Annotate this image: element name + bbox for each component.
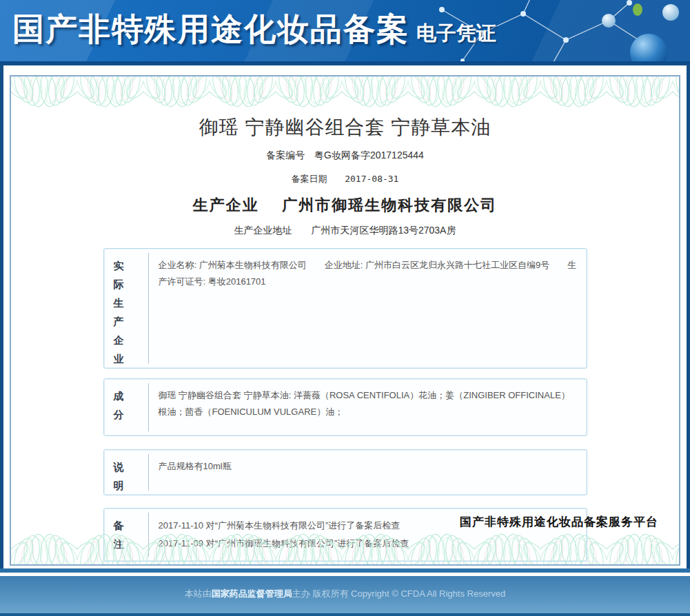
manufacturer-address-value: 广州市天河区华明路13号2703A房 [311,225,456,236]
footer-text: 本站由国家药品监督管理局主办 版权所有 Copyright © CFDA All… [0,576,690,600]
row-content: 企业名称: 广州菊本生物科技有限公司 企业地址: 广州市白云区龙归永兴路十七社工… [148,253,587,364]
footer: 本站由国家药品监督管理局主办 版权所有 Copyright © CFDA All… [0,576,690,616]
footer-suffix: 主办 版权所有 Copyright © CFDA All Rights Rese… [292,588,505,599]
row-content: 御瑶 宁静幽谷组合套 宁静草本油: 洋蔷薇（ROSA CENTIFOLIA）花油… [148,383,587,431]
platform-name: 国产非特殊用途化妆品备案服务平台 [460,514,658,530]
table-row-ingredients: 成分 御瑶 宁静幽谷组合套 宁静草本油: 洋蔷薇（ROSA CENTIFOLIA… [103,378,587,436]
record-date-label: 备案日期 [292,174,327,184]
footer-prefix: 本站由 [185,588,212,599]
header-banner: 国产非特殊用途化妆品备案电子凭证 [0,0,690,63]
record-number-label: 备案编号 [266,150,305,161]
manufacturer-address-line: 生产企业地址 广州市天河区华明路13号2703A房 [11,225,679,237]
manufacturer-line: 生产企业 广州市御瑶生物科技有限公司 [11,195,679,216]
row-content: 产品规格有10ml瓶 [148,454,587,491]
page-subtitle: 电子凭证 [416,21,496,43]
table-row-description: 说明 产品规格有10ml瓶 [103,449,587,495]
row-label: 说明 [104,450,148,495]
page: 国产非特殊用途化妆品备案电子凭证 [0,0,690,616]
product-title: 御瑶 宁静幽谷组合套 宁静草本油 [11,115,679,140]
page-title: 国产非特殊用途化妆品备案 [12,10,409,46]
record-date-line: 备案日期 2017-08-31 [11,173,679,185]
manufacturer-value: 广州市御瑶生物科技有限公司 [282,196,497,214]
footer-org-link[interactable]: 国家药品监督管理局 [212,588,292,599]
certificate: 御瑶 宁静幽谷组合套 宁静草本油 备案编号 粤G妆网备字2017125444 备… [10,75,680,566]
main-content-area: 御瑶 宁静幽谷组合套 宁静草本油 备案编号 粤G妆网备字2017125444 备… [3,65,687,568]
row-label: 成分 [104,379,148,435]
record-date-value: 2017-08-31 [345,174,398,184]
row-label: 备注 [104,509,148,561]
row-label: 实际生产企业 [104,249,148,368]
manufacturer-label: 生产企业 [193,196,259,214]
record-number-value: 粤G妆网备字2017125444 [314,150,424,161]
record-number-line: 备案编号 粤G妆网备字2017125444 [11,150,679,162]
manufacturer-address-label: 生产企业地址 [234,225,292,236]
table-row-actual-manufacturer: 实际生产企业 企业名称: 广州菊本生物科技有限公司 企业地址: 广州市白云区龙归… [103,248,587,369]
